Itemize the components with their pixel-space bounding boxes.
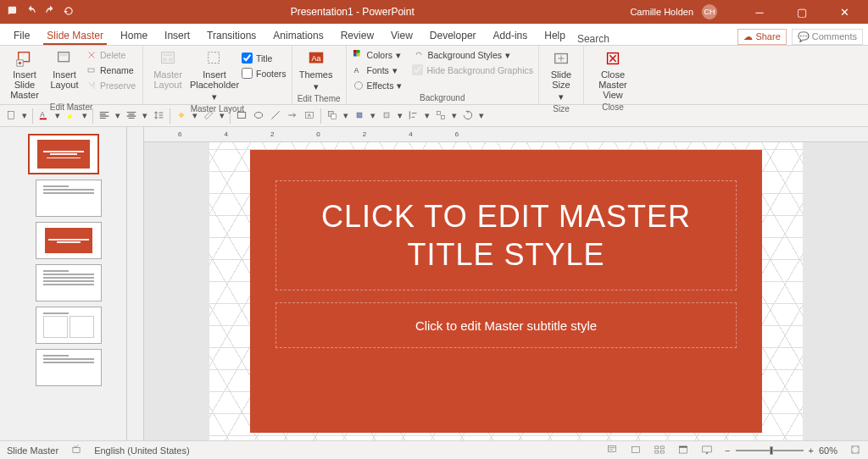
background-styles-button[interactable]: Background Styles ▾ xyxy=(412,47,532,62)
tell-me-search[interactable]: Search xyxy=(574,33,626,45)
svg-rect-36 xyxy=(384,113,389,118)
send-back-icon[interactable] xyxy=(381,109,392,123)
colors-button[interactable]: Colors ▾ xyxy=(352,47,404,62)
tab-insert[interactable]: Insert xyxy=(156,25,198,45)
group-label-edit-theme: Edit Theme xyxy=(298,93,341,105)
arrange-icon[interactable] xyxy=(326,109,338,123)
vertical-ruler xyxy=(127,127,144,440)
tab-animations[interactable]: Animations xyxy=(264,25,331,45)
normal-view-icon[interactable] xyxy=(630,444,642,457)
group-size: Slide Size ▾ Size xyxy=(539,46,584,104)
svg-rect-9 xyxy=(60,54,68,57)
autosave-icon[interactable] xyxy=(7,5,19,19)
align-objects-icon[interactable] xyxy=(408,109,420,123)
svg-rect-37 xyxy=(437,111,440,114)
svg-text:Aa: Aa xyxy=(311,54,321,63)
redo-icon[interactable] xyxy=(44,5,56,19)
svg-rect-42 xyxy=(655,445,659,448)
layout-thumbnail[interactable] xyxy=(36,222,102,259)
tab-addins[interactable]: Add-ins xyxy=(485,25,537,45)
user-name[interactable]: Camille Holden xyxy=(630,7,693,17)
tab-slide-master[interactable]: Slide Master xyxy=(38,25,112,45)
minimize-button[interactable]: ─ xyxy=(743,6,776,19)
zoom-level[interactable]: 60% xyxy=(819,445,837,456)
repeat-icon[interactable] xyxy=(63,5,75,19)
bring-front-icon[interactable] xyxy=(353,109,365,123)
themes-button[interactable]: Aa Themes ▾ xyxy=(298,47,335,93)
maximize-button[interactable]: ▢ xyxy=(785,6,819,19)
tab-developer[interactable]: Developer xyxy=(421,25,485,45)
insert-layout-button[interactable]: Insert Layout xyxy=(47,47,81,91)
status-mode: Slide Master xyxy=(7,445,58,456)
fit-window-icon[interactable] xyxy=(849,444,861,457)
insert-slide-master-button[interactable]: Insert Slide Master xyxy=(5,47,44,102)
svg-rect-15 xyxy=(209,53,220,64)
horizontal-ruler: 6420246 xyxy=(144,127,868,142)
master-subtitle-placeholder[interactable]: Click to edit Master subtitle style xyxy=(275,302,737,348)
svg-rect-44 xyxy=(655,451,659,453)
slide-size-button[interactable]: Slide Size ▾ xyxy=(544,47,578,103)
svg-rect-47 xyxy=(679,445,687,447)
rotate-icon[interactable] xyxy=(462,109,474,123)
textbox-icon[interactable]: A xyxy=(303,109,315,123)
svg-text:A: A xyxy=(308,113,311,118)
svg-rect-39 xyxy=(73,447,80,452)
svg-rect-45 xyxy=(660,451,664,453)
title-bar: Presentation1 - PowerPoint Camille Holde… xyxy=(0,0,868,24)
zoom-out-icon[interactable]: − xyxy=(725,445,730,456)
slide-thumbnails-panel[interactable] xyxy=(0,127,127,440)
group-label-master-layout: Master Layout xyxy=(148,103,287,115)
group-background: Colors ▾ AFonts ▾ Effects ▾ Background S… xyxy=(347,46,539,104)
effects-button[interactable]: Effects ▾ xyxy=(352,78,404,92)
notes-icon[interactable] xyxy=(606,444,618,457)
title-checkbox[interactable]: Title xyxy=(242,51,287,65)
search-label: Search xyxy=(577,33,609,45)
undo-icon[interactable] xyxy=(25,5,37,19)
master-layout-button: Master Layout xyxy=(148,47,187,91)
tab-transitions[interactable]: Transitions xyxy=(198,25,264,45)
ribbon-tabs: File Slide Master Home Insert Transition… xyxy=(0,24,868,46)
zoom-in-icon[interactable]: + xyxy=(809,445,814,456)
layout-thumbnail[interactable] xyxy=(36,307,102,344)
insert-placeholder-button[interactable]: Insert Placeholder ▾ xyxy=(191,47,238,103)
group-objects-icon[interactable] xyxy=(435,109,447,123)
group-edit-master: Insert Slide Master Insert Layout Delete… xyxy=(0,46,143,104)
master-thumbnail[interactable] xyxy=(28,134,99,174)
group-label-close: Close xyxy=(589,102,637,113)
slideshow-icon[interactable] xyxy=(701,444,713,457)
group-master-layout: Master Layout Insert Placeholder ▾ Title… xyxy=(143,46,292,104)
layout-thumbnail[interactable] xyxy=(36,180,102,217)
zoom-slider[interactable] xyxy=(736,450,804,451)
fonts-button[interactable]: AFonts ▾ xyxy=(352,63,404,77)
zoom-control[interactable]: − + 60% xyxy=(725,445,837,456)
layout-thumbnail[interactable] xyxy=(36,349,102,386)
svg-rect-34 xyxy=(331,113,337,119)
close-master-view-button[interactable]: Close Master View xyxy=(589,47,637,102)
footers-checkbox[interactable]: Footers xyxy=(242,66,287,80)
master-title-placeholder[interactable]: Click to edit Master title style xyxy=(275,180,737,290)
tab-view[interactable]: View xyxy=(382,25,421,45)
svg-rect-28 xyxy=(40,118,47,119)
status-language[interactable]: English (United States) xyxy=(94,445,190,456)
group-label-background: Background xyxy=(352,92,533,104)
svg-text:A: A xyxy=(353,67,359,75)
svg-rect-21 xyxy=(356,53,359,56)
comments-button[interactable]: 💬 Comments xyxy=(792,29,863,45)
close-button[interactable]: ✕ xyxy=(827,6,861,19)
tab-help[interactable]: Help xyxy=(536,25,574,45)
slide-master[interactable]: Click to edit Master title style Click t… xyxy=(209,142,803,440)
user-avatar[interactable]: CH xyxy=(702,4,717,19)
tab-file[interactable]: File xyxy=(5,25,38,45)
rename-button[interactable]: Rename xyxy=(85,63,137,77)
spellcheck-icon[interactable] xyxy=(70,444,82,457)
svg-rect-19 xyxy=(356,50,359,53)
tab-review[interactable]: Review xyxy=(332,25,382,45)
sorter-view-icon[interactable] xyxy=(654,444,665,457)
reading-view-icon[interactable] xyxy=(677,444,689,457)
slide-canvas[interactable]: Click to edit Master title style Click t… xyxy=(144,142,868,440)
layout-thumbnail[interactable] xyxy=(36,264,102,301)
svg-rect-40 xyxy=(608,445,615,451)
arrow-shape-icon[interactable] xyxy=(287,109,298,123)
tab-home[interactable]: Home xyxy=(112,25,156,45)
share-button[interactable]: ☁ Share xyxy=(737,29,786,45)
